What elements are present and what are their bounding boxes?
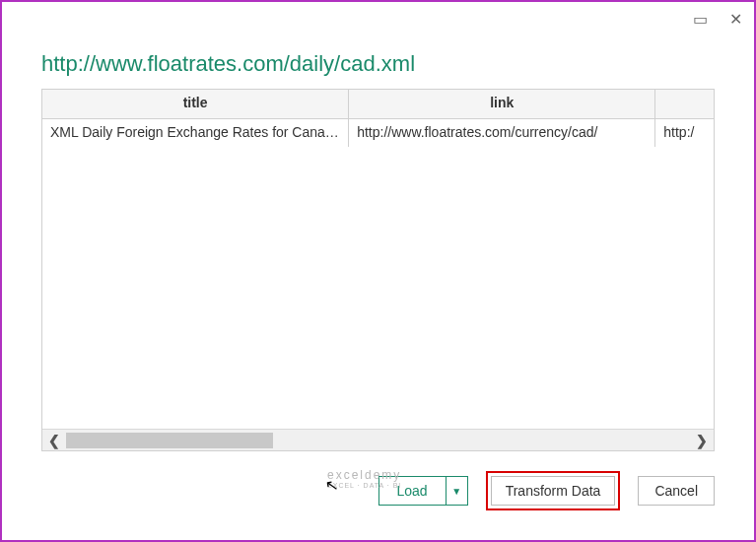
cell-extra: http:/ [655,119,714,147]
cancel-button[interactable]: Cancel [638,476,715,506]
load-button[interactable]: Load [378,476,447,506]
scroll-left-icon[interactable]: ❮ [42,433,66,448]
transform-highlight: Transform Data [486,471,621,510]
chevron-down-icon: ▼ [451,486,461,497]
source-url-title: http://www.floatrates.com/daily/cad.xml [41,51,715,77]
transform-data-button[interactable]: Transform Data [491,476,616,506]
cell-link: http://www.floatrates.com/currency/cad/ [349,119,655,147]
preview-table: title link XML Daily Foreign Exchange Ra… [41,89,715,451]
close-icon[interactable]: ✕ [729,10,742,29]
maximize-icon[interactable]: ▭ [693,10,708,29]
table-body: XML Daily Foreign Exchange Rates for Can… [42,119,714,429]
scroll-track[interactable] [66,433,690,448]
column-header-extra[interactable] [655,90,714,118]
load-button-group: Load ▼ [378,476,468,506]
scroll-right-icon[interactable]: ❯ [690,433,714,448]
navigator-dialog: http://www.floatrates.com/daily/cad.xml … [2,2,754,540]
dialog-footer: Load ▼ Transform Data Cancel [41,471,715,510]
horizontal-scrollbar[interactable]: ❮ ❯ [42,429,714,450]
column-header-link[interactable]: link [349,90,655,118]
titlebar: ▭ ✕ [693,10,742,29]
table-header-row: title link [42,90,714,119]
table-row[interactable]: XML Daily Foreign Exchange Rates for Can… [42,119,714,147]
load-dropdown-button[interactable]: ▼ [447,476,468,506]
column-header-title[interactable]: title [42,90,349,118]
cell-title: XML Daily Foreign Exchange Rates for Can… [42,119,349,147]
scroll-thumb[interactable] [66,433,273,448]
